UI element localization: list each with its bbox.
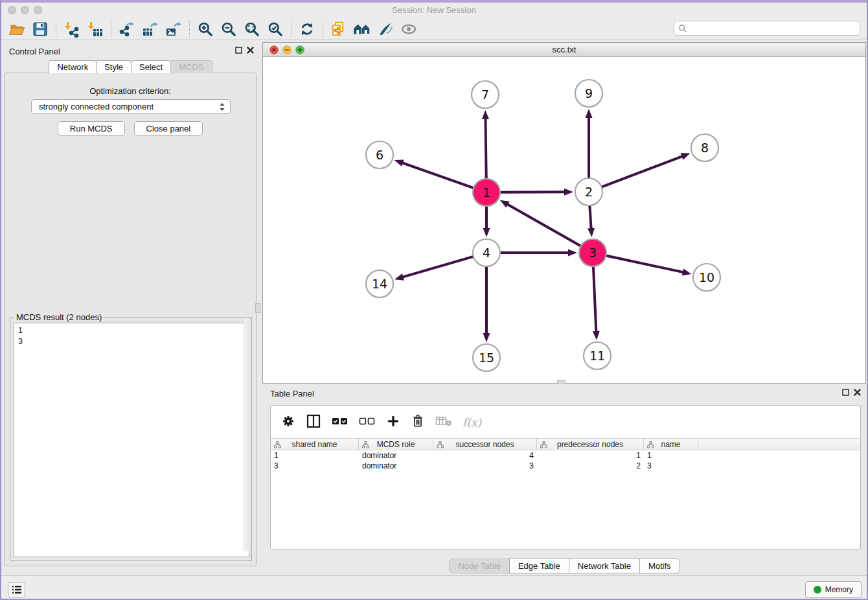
zoom-out-icon[interactable] <box>217 19 240 39</box>
graph-edge-1-6[interactable] <box>394 159 474 188</box>
close-table-panel-icon[interactable] <box>854 389 861 396</box>
cell-MCDS-role[interactable]: dominator <box>359 461 433 471</box>
graph-node-7[interactable]: 7 <box>472 81 499 108</box>
cell-shared-name[interactable]: 3 <box>271 461 359 471</box>
graph-edge-2-8[interactable] <box>602 153 691 187</box>
graph-node-8[interactable]: 8 <box>691 134 718 161</box>
home-layout-icon[interactable] <box>350 19 374 39</box>
deselect-all-icon[interactable] <box>359 415 376 430</box>
main-toolbar <box>0 18 868 40</box>
graph-node-14[interactable]: 14 <box>366 270 393 297</box>
network-window-titlebar[interactable]: scc.txt <box>263 43 865 57</box>
graph-edge-1-7[interactable] <box>482 110 489 179</box>
cell-successor-nodes[interactable]: 3 <box>433 461 537 471</box>
graph-edge-1-2[interactable] <box>500 189 573 196</box>
tab-node-table[interactable]: Node Table <box>449 559 510 573</box>
open-file-icon[interactable] <box>5 19 29 39</box>
table-row[interactable]: 1dominator411 <box>271 450 860 461</box>
column-header-successor-nodes[interactable]: successor nodes <box>433 439 537 450</box>
cell-name[interactable]: 1 <box>644 450 698 461</box>
table-toolbar: f(x) <box>271 406 860 438</box>
cell-MCDS-role[interactable]: dominator <box>359 450 433 461</box>
graph-edge-4-14[interactable] <box>394 257 474 281</box>
close-panel-button[interactable]: Close panel <box>134 121 203 136</box>
graph-edge-3-1[interactable] <box>500 200 581 246</box>
network-canvas[interactable]: 7968124314101511 <box>263 57 865 383</box>
graph-edge-2-3[interactable] <box>588 205 595 237</box>
cell-name[interactable]: 3 <box>644 461 698 471</box>
tab-edge-table[interactable]: Edge Table <box>509 559 569 573</box>
zoom-selected-icon[interactable] <box>264 19 287 39</box>
import-table-icon[interactable] <box>84 19 107 39</box>
network-zoom-button[interactable] <box>296 46 304 54</box>
cell-successor-nodes[interactable]: 4 <box>433 450 537 461</box>
save-session-icon[interactable] <box>29 19 52 39</box>
result-scrollbar[interactable] <box>244 318 251 551</box>
close-panel-icon[interactable] <box>247 47 254 54</box>
search-icon <box>678 24 687 33</box>
graph-node-2[interactable]: 2 <box>575 178 602 205</box>
svg-text:14: 14 <box>372 277 387 291</box>
graph-node-15[interactable]: 15 <box>473 344 500 371</box>
import-network-icon[interactable] <box>60 19 84 39</box>
vertical-splitter-grip[interactable] <box>255 303 260 313</box>
graph-edge-3-11[interactable] <box>593 266 600 340</box>
table-row[interactable]: 3dominator323 <box>271 461 860 471</box>
tab-style[interactable]: Style <box>96 60 131 73</box>
criterion-select[interactable]: strongly connected component <box>31 99 231 114</box>
tab-network-table[interactable]: Network Table <box>569 559 640 573</box>
graph-node-10[interactable]: 10 <box>693 264 720 291</box>
tab-select[interactable]: Select <box>131 60 171 73</box>
memory-button[interactable]: Memory <box>805 581 862 598</box>
search-input[interactable] <box>691 24 856 33</box>
column-header-shared-name[interactable]: shared name <box>271 439 359 450</box>
gear-icon[interactable] <box>281 414 295 431</box>
graph-node-4[interactable]: 4 <box>473 239 500 266</box>
columns-icon[interactable] <box>306 413 321 432</box>
export-network-icon[interactable] <box>115 19 139 39</box>
cell-predecessor-nodes[interactable]: 2 <box>537 461 644 471</box>
refresh-icon[interactable] <box>295 19 319 39</box>
svg-text:11: 11 <box>589 349 605 363</box>
graph-edge-1-4[interactable] <box>483 206 490 237</box>
delete-column-icon[interactable] <box>411 414 425 431</box>
style-brush-icon[interactable] <box>374 19 397 39</box>
control-panel-title: Control Panel <box>9 47 60 56</box>
graph-node-6[interactable]: 6 <box>366 141 393 168</box>
cell-shared-name[interactable]: 1 <box>271 450 359 461</box>
float-table-panel-icon[interactable] <box>842 389 849 396</box>
zoom-fit-icon[interactable] <box>240 19 264 39</box>
export-image-icon[interactable] <box>162 19 185 39</box>
column-header-name[interactable]: name <box>644 439 698 450</box>
column-header-predecessor-nodes[interactable]: predecessor nodes <box>537 439 644 450</box>
graph-edge-4-15[interactable] <box>483 266 490 342</box>
select-all-icon[interactable] <box>332 415 348 430</box>
graph-edge-2-9[interactable] <box>586 109 593 178</box>
graph-node-1[interactable]: 1 <box>473 179 500 206</box>
task-history-button[interactable] <box>8 582 25 597</box>
tab-motifs[interactable]: Motifs <box>639 559 680 573</box>
add-column-icon[interactable] <box>386 414 400 431</box>
zoom-in-icon[interactable] <box>194 19 217 39</box>
show-hide-icon[interactable] <box>397 19 420 39</box>
run-mcds-button[interactable]: Run MCDS <box>58 121 125 136</box>
column-header-MCDS-role[interactable]: MCDS role <box>359 439 433 450</box>
search-field[interactable] <box>674 21 860 36</box>
export-table-icon[interactable] <box>139 19 162 39</box>
graph-node-11[interactable]: 11 <box>584 342 611 369</box>
graph-edge-3-10[interactable] <box>606 255 692 275</box>
svg-text:4: 4 <box>483 246 490 260</box>
tab-mcds[interactable]: MCDS <box>170 60 212 73</box>
function-builder-icon: f(x) <box>463 416 481 429</box>
tab-network[interactable]: Network <box>49 60 97 73</box>
graph-edge-4-3[interactable] <box>500 249 577 257</box>
duplicate-network-icon[interactable] <box>327 19 350 39</box>
float-panel-icon[interactable] <box>235 47 242 54</box>
graph-node-3[interactable]: 3 <box>579 239 606 266</box>
graph-node-9[interactable]: 9 <box>575 80 602 107</box>
horizontal-splitter-grip[interactable] <box>557 380 565 384</box>
network-close-button[interactable] <box>270 46 278 54</box>
network-minimize-button[interactable] <box>283 46 291 54</box>
cell-predecessor-nodes[interactable]: 1 <box>537 450 644 461</box>
mcds-result-text[interactable]: 1 3 <box>14 323 249 557</box>
